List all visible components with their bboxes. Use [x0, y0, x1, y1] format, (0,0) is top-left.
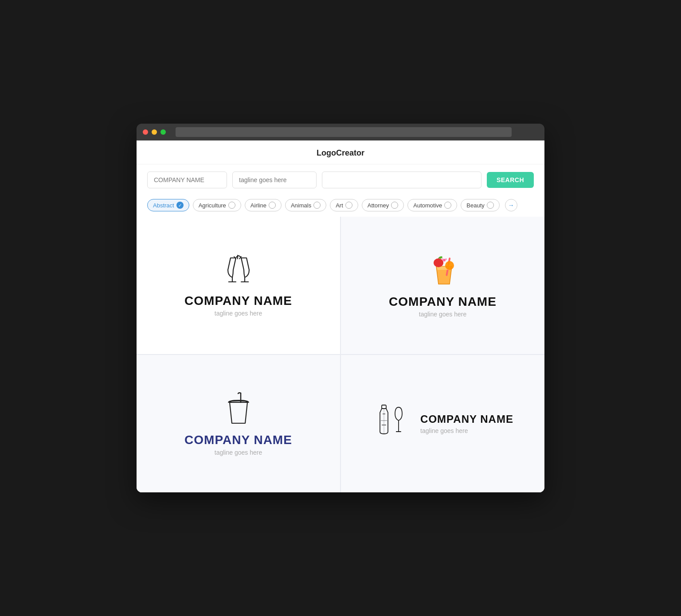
tagline-input[interactable]	[232, 172, 317, 188]
category-label-automotive: Automotive	[413, 202, 442, 209]
svg-point-13	[442, 258, 443, 260]
check-icon-abstract: ✓	[176, 202, 184, 209]
logo1-tagline: tagline goes here	[215, 310, 262, 317]
minimize-button[interactable]	[152, 129, 157, 135]
check-icon-attorney: ✓	[391, 202, 398, 209]
category-chip-attorney[interactable]: Attorney✓	[362, 199, 404, 211]
logo3-tagline: tagline goes here	[215, 449, 262, 456]
category-label-agriculture: Agriculture	[199, 202, 226, 209]
logo-card-3[interactable]: COMPANY NAME tagline goes here	[137, 355, 340, 492]
check-icon-airline: ✓	[269, 202, 276, 209]
category-chip-beauty[interactable]: Beauty✓	[461, 199, 499, 211]
category-next-arrow[interactable]: →	[505, 199, 517, 211]
category-label-animals: Animals	[291, 202, 311, 209]
category-label-beauty: Beauty	[466, 202, 484, 209]
app-header: LogoCreator	[137, 140, 544, 164]
category-label-art: Art	[336, 202, 343, 209]
browser-window: LogoCreator SEARCH Abstract✓Agriculture✓…	[137, 124, 544, 492]
check-icon-art: ✓	[345, 202, 352, 209]
svg-point-14	[445, 258, 447, 260]
check-icon-animals: ✓	[313, 202, 321, 209]
category-chip-automotive[interactable]: Automotive✓	[407, 199, 457, 211]
check-icon-automotive: ✓	[444, 202, 451, 209]
extra-input[interactable]	[322, 172, 481, 188]
category-chip-agriculture[interactable]: Agriculture✓	[193, 199, 241, 211]
category-label-abstract: Abstract	[153, 202, 174, 209]
logo-card-4[interactable]: COMPANY NAME tagline goes here	[341, 355, 544, 492]
search-bar: SEARCH	[137, 164, 544, 195]
svg-rect-16	[382, 405, 386, 409]
close-button[interactable]	[143, 129, 148, 135]
wine-glasses-icon	[221, 254, 256, 288]
browser-titlebar	[137, 124, 544, 140]
logo4-text: COMPANY NAME tagline goes here	[420, 413, 513, 434]
browser-content: LogoCreator SEARCH Abstract✓Agriculture✓…	[137, 140, 544, 492]
check-icon-beauty: ✓	[487, 202, 494, 209]
category-chip-abstract[interactable]: Abstract✓	[147, 199, 189, 211]
fruit-drink-icon	[423, 253, 463, 289]
app-title: LogoCreator	[317, 148, 364, 157]
logo2-company-name: COMPANY NAME	[389, 295, 497, 309]
category-chip-airline[interactable]: Airline✓	[245, 199, 282, 211]
category-chip-animals[interactable]: Animals✓	[285, 199, 326, 211]
logo1-company-name: COMPANY NAME	[184, 294, 292, 308]
check-icon-agriculture: ✓	[228, 202, 235, 209]
category-label-airline: Airline	[250, 202, 266, 209]
category-bar: Abstract✓Agriculture✓Airline✓Animals✓Art…	[137, 195, 544, 217]
logo-card-2[interactable]: COMPANY NAME tagline goes here	[341, 217, 544, 354]
company-name-input[interactable]	[147, 172, 227, 188]
logo4-tagline: tagline goes here	[420, 427, 513, 434]
bottle-glass-icon	[372, 403, 414, 438]
logo4-inline: COMPANY NAME tagline goes here	[372, 403, 513, 444]
logo2-tagline: tagline goes here	[419, 311, 466, 318]
logo-card-1[interactable]: COMPANY NAME tagline goes here	[137, 217, 340, 354]
category-chip-art[interactable]: Art✓	[330, 199, 358, 211]
logo-grid: COMPANY NAME tagline goes here	[137, 217, 544, 492]
address-bar	[176, 127, 512, 137]
logo4-company-name: COMPANY NAME	[420, 413, 513, 425]
logo3-company-name: COMPANY NAME	[184, 433, 292, 447]
category-label-attorney: Attorney	[368, 202, 389, 209]
maximize-button[interactable]	[160, 129, 166, 135]
search-button[interactable]: SEARCH	[487, 172, 534, 188]
cup-icon	[223, 391, 254, 427]
